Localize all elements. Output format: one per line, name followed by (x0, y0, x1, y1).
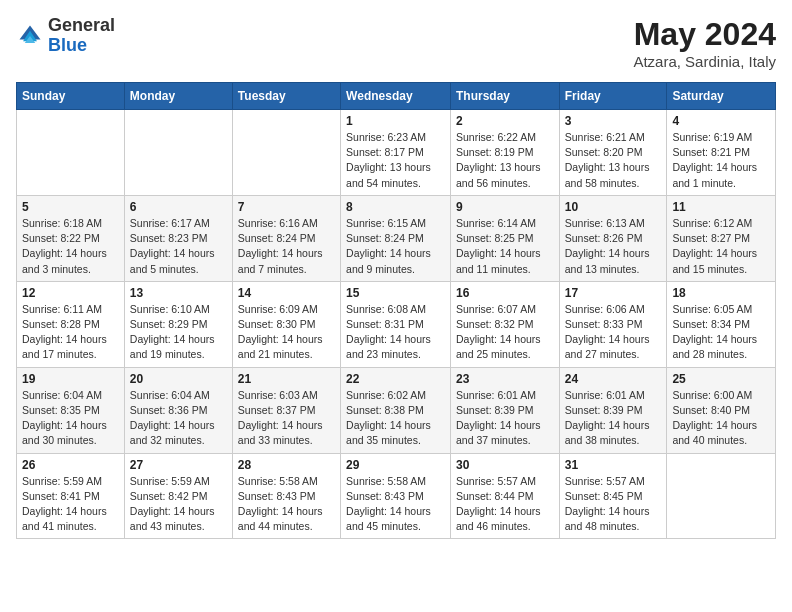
calendar-week-5: 26Sunrise: 5:59 AMSunset: 8:41 PMDayligh… (17, 453, 776, 539)
calendar-cell: 16Sunrise: 6:07 AMSunset: 8:32 PMDayligh… (450, 281, 559, 367)
col-friday: Friday (559, 83, 667, 110)
col-saturday: Saturday (667, 83, 776, 110)
day-number: 7 (238, 200, 335, 214)
calendar-cell: 30Sunrise: 5:57 AMSunset: 8:44 PMDayligh… (450, 453, 559, 539)
day-info: Sunrise: 6:13 AMSunset: 8:26 PMDaylight:… (565, 216, 662, 277)
day-number: 30 (456, 458, 554, 472)
title-block: May 2024 Atzara, Sardinia, Italy (633, 16, 776, 70)
day-info: Sunrise: 6:04 AMSunset: 8:36 PMDaylight:… (130, 388, 227, 449)
day-number: 6 (130, 200, 227, 214)
day-number: 14 (238, 286, 335, 300)
day-number: 8 (346, 200, 445, 214)
calendar-cell: 5Sunrise: 6:18 AMSunset: 8:22 PMDaylight… (17, 195, 125, 281)
day-number: 28 (238, 458, 335, 472)
calendar-cell: 31Sunrise: 5:57 AMSunset: 8:45 PMDayligh… (559, 453, 667, 539)
calendar-cell: 15Sunrise: 6:08 AMSunset: 8:31 PMDayligh… (341, 281, 451, 367)
location: Atzara, Sardinia, Italy (633, 53, 776, 70)
day-info: Sunrise: 5:59 AMSunset: 8:42 PMDaylight:… (130, 474, 227, 535)
logo-icon (16, 22, 44, 50)
day-info: Sunrise: 6:07 AMSunset: 8:32 PMDaylight:… (456, 302, 554, 363)
calendar-cell: 11Sunrise: 6:12 AMSunset: 8:27 PMDayligh… (667, 195, 776, 281)
day-number: 21 (238, 372, 335, 386)
calendar-cell: 25Sunrise: 6:00 AMSunset: 8:40 PMDayligh… (667, 367, 776, 453)
day-info: Sunrise: 6:01 AMSunset: 8:39 PMDaylight:… (565, 388, 662, 449)
day-info: Sunrise: 5:59 AMSunset: 8:41 PMDaylight:… (22, 474, 119, 535)
day-info: Sunrise: 6:21 AMSunset: 8:20 PMDaylight:… (565, 130, 662, 191)
day-info: Sunrise: 6:02 AMSunset: 8:38 PMDaylight:… (346, 388, 445, 449)
calendar-cell: 7Sunrise: 6:16 AMSunset: 8:24 PMDaylight… (232, 195, 340, 281)
calendar-week-3: 12Sunrise: 6:11 AMSunset: 8:28 PMDayligh… (17, 281, 776, 367)
day-number: 10 (565, 200, 662, 214)
day-info: Sunrise: 5:57 AMSunset: 8:44 PMDaylight:… (456, 474, 554, 535)
day-number: 29 (346, 458, 445, 472)
calendar-cell (17, 110, 125, 196)
day-info: Sunrise: 6:12 AMSunset: 8:27 PMDaylight:… (672, 216, 770, 277)
calendar-cell: 27Sunrise: 5:59 AMSunset: 8:42 PMDayligh… (124, 453, 232, 539)
day-number: 12 (22, 286, 119, 300)
calendar-cell: 4Sunrise: 6:19 AMSunset: 8:21 PMDaylight… (667, 110, 776, 196)
day-info: Sunrise: 6:23 AMSunset: 8:17 PMDaylight:… (346, 130, 445, 191)
day-info: Sunrise: 6:17 AMSunset: 8:23 PMDaylight:… (130, 216, 227, 277)
calendar-cell (667, 453, 776, 539)
day-info: Sunrise: 6:06 AMSunset: 8:33 PMDaylight:… (565, 302, 662, 363)
calendar-cell: 19Sunrise: 6:04 AMSunset: 8:35 PMDayligh… (17, 367, 125, 453)
calendar-week-4: 19Sunrise: 6:04 AMSunset: 8:35 PMDayligh… (17, 367, 776, 453)
col-monday: Monday (124, 83, 232, 110)
day-number: 1 (346, 114, 445, 128)
calendar-table: Sunday Monday Tuesday Wednesday Thursday… (16, 82, 776, 539)
calendar-cell (124, 110, 232, 196)
calendar-cell: 9Sunrise: 6:14 AMSunset: 8:25 PMDaylight… (450, 195, 559, 281)
day-number: 5 (22, 200, 119, 214)
calendar-week-2: 5Sunrise: 6:18 AMSunset: 8:22 PMDaylight… (17, 195, 776, 281)
day-number: 2 (456, 114, 554, 128)
day-info: Sunrise: 6:04 AMSunset: 8:35 PMDaylight:… (22, 388, 119, 449)
day-number: 25 (672, 372, 770, 386)
day-info: Sunrise: 6:15 AMSunset: 8:24 PMDaylight:… (346, 216, 445, 277)
header-row: Sunday Monday Tuesday Wednesday Thursday… (17, 83, 776, 110)
day-number: 18 (672, 286, 770, 300)
logo: General Blue (16, 16, 115, 56)
day-number: 17 (565, 286, 662, 300)
calendar-cell: 12Sunrise: 6:11 AMSunset: 8:28 PMDayligh… (17, 281, 125, 367)
day-number: 23 (456, 372, 554, 386)
day-info: Sunrise: 6:01 AMSunset: 8:39 PMDaylight:… (456, 388, 554, 449)
day-info: Sunrise: 6:14 AMSunset: 8:25 PMDaylight:… (456, 216, 554, 277)
day-number: 16 (456, 286, 554, 300)
calendar-cell: 17Sunrise: 6:06 AMSunset: 8:33 PMDayligh… (559, 281, 667, 367)
day-info: Sunrise: 5:57 AMSunset: 8:45 PMDaylight:… (565, 474, 662, 535)
day-number: 20 (130, 372, 227, 386)
day-info: Sunrise: 6:03 AMSunset: 8:37 PMDaylight:… (238, 388, 335, 449)
day-info: Sunrise: 6:19 AMSunset: 8:21 PMDaylight:… (672, 130, 770, 191)
calendar-cell: 29Sunrise: 5:58 AMSunset: 8:43 PMDayligh… (341, 453, 451, 539)
day-info: Sunrise: 6:22 AMSunset: 8:19 PMDaylight:… (456, 130, 554, 191)
calendar-cell: 22Sunrise: 6:02 AMSunset: 8:38 PMDayligh… (341, 367, 451, 453)
day-info: Sunrise: 6:11 AMSunset: 8:28 PMDaylight:… (22, 302, 119, 363)
calendar-cell: 26Sunrise: 5:59 AMSunset: 8:41 PMDayligh… (17, 453, 125, 539)
calendar-body: 1Sunrise: 6:23 AMSunset: 8:17 PMDaylight… (17, 110, 776, 539)
day-number: 11 (672, 200, 770, 214)
day-number: 31 (565, 458, 662, 472)
day-info: Sunrise: 6:10 AMSunset: 8:29 PMDaylight:… (130, 302, 227, 363)
day-info: Sunrise: 6:05 AMSunset: 8:34 PMDaylight:… (672, 302, 770, 363)
day-number: 27 (130, 458, 227, 472)
calendar-header: Sunday Monday Tuesday Wednesday Thursday… (17, 83, 776, 110)
calendar-cell: 24Sunrise: 6:01 AMSunset: 8:39 PMDayligh… (559, 367, 667, 453)
calendar-cell: 6Sunrise: 6:17 AMSunset: 8:23 PMDaylight… (124, 195, 232, 281)
day-number: 4 (672, 114, 770, 128)
calendar-cell: 23Sunrise: 6:01 AMSunset: 8:39 PMDayligh… (450, 367, 559, 453)
day-number: 9 (456, 200, 554, 214)
day-number: 22 (346, 372, 445, 386)
calendar-cell: 21Sunrise: 6:03 AMSunset: 8:37 PMDayligh… (232, 367, 340, 453)
day-info: Sunrise: 6:09 AMSunset: 8:30 PMDaylight:… (238, 302, 335, 363)
calendar-cell: 8Sunrise: 6:15 AMSunset: 8:24 PMDaylight… (341, 195, 451, 281)
col-sunday: Sunday (17, 83, 125, 110)
logo-blue: Blue (48, 35, 87, 55)
day-info: Sunrise: 6:18 AMSunset: 8:22 PMDaylight:… (22, 216, 119, 277)
day-number: 24 (565, 372, 662, 386)
calendar-cell: 28Sunrise: 5:58 AMSunset: 8:43 PMDayligh… (232, 453, 340, 539)
col-thursday: Thursday (450, 83, 559, 110)
col-tuesday: Tuesday (232, 83, 340, 110)
logo-text: General Blue (48, 16, 115, 56)
day-info: Sunrise: 5:58 AMSunset: 8:43 PMDaylight:… (238, 474, 335, 535)
calendar-cell: 10Sunrise: 6:13 AMSunset: 8:26 PMDayligh… (559, 195, 667, 281)
